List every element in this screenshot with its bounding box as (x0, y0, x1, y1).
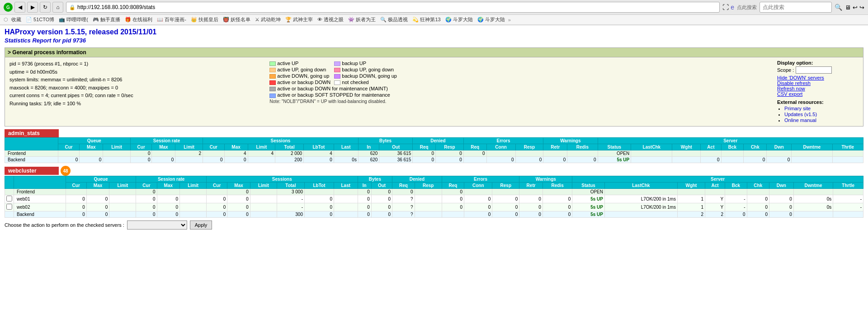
fav-item-manga[interactable]: 📖 百年漫画- (156, 16, 188, 23)
fav-item-51cto[interactable]: 📄 51CTO博 (24, 16, 56, 23)
redo-icon[interactable]: ↪ (859, 4, 864, 11)
search-icon[interactable]: 🔍 (835, 4, 842, 11)
wc-fe-denied-resp (415, 189, 442, 195)
wc-be-bytes-in: 0 (358, 211, 371, 218)
legend-backup-up: backup UP (332, 60, 399, 66)
wc-be-sr-limit (180, 211, 207, 218)
undo-icon[interactable]: ↩ (853, 4, 858, 11)
maxsock-info: maxsock = 8206; maxconn = 4000; maxpipes… (9, 84, 260, 92)
wc-th-srv-act: Act (705, 183, 725, 189)
refresh-now-link[interactable]: Refresh now (777, 86, 805, 91)
hide-down-link[interactable]: Hide 'DOWN' servers (777, 75, 824, 80)
fav-item-yaozhe[interactable]: 👾 妖者为王 (347, 16, 377, 23)
csv-export-link[interactable]: CSV export (777, 91, 802, 97)
wc-fe-sess-last (334, 189, 358, 195)
primary-site-link[interactable]: Primary site (784, 106, 811, 111)
fav-item-touch[interactable]: 🎮 触手直播 (91, 16, 122, 23)
admin-be-bytes-in: 620 (358, 157, 379, 163)
wc-web01-dwntme: 0s (793, 195, 833, 203)
wc-th-warn-redis: Redis (542, 183, 572, 189)
wc-web02-warn-retr: 0 (519, 203, 543, 211)
fav-item-bilibili[interactable]: 📺 哔哩哔哩( (57, 16, 90, 23)
fav-item-wudong[interactable]: ⚔ 武动乾坤 (254, 16, 282, 23)
apply-button[interactable]: Apply (190, 220, 212, 230)
fav-item-wushen[interactable]: 🏆 武神主宰 (284, 16, 314, 23)
wc-fe-sess-cur (207, 189, 227, 195)
wc-web01-denied-resp (415, 195, 442, 203)
fav-item-queen[interactable]: 👑 扶摇皇后 (189, 16, 220, 23)
fav-item-doululuo2[interactable]: 🌍 斗罗大陆 (476, 16, 506, 23)
address-bar[interactable]: 🔒 (66, 2, 720, 13)
admin-frontend-name: Frontend (5, 150, 58, 157)
th-srv-dwn: Dwn (767, 144, 792, 150)
th-bytes-in: In (358, 144, 379, 150)
header-sub-row: Cur Max Limit Cur Max Limit Cur Max Limi… (5, 144, 863, 150)
url-input[interactable] (77, 4, 717, 10)
wc-web01-status: 5s UP (572, 195, 605, 203)
wc-be-err-req (442, 211, 464, 218)
fav-item-kuangshen[interactable]: 💫 狂神第13 (411, 16, 442, 23)
admin-fe-status: OPEN (598, 150, 631, 157)
wc-web02-wght: 1 (677, 203, 705, 211)
display-option-label: Display option: (777, 60, 813, 66)
th-err-req: Req (463, 144, 486, 150)
legend-active-up-going-down: active UP, going down (268, 66, 332, 73)
wc-web01-sess-last (334, 195, 358, 203)
search-input[interactable] (760, 2, 832, 13)
home-button[interactable]: ⌂ (52, 2, 63, 13)
action-select[interactable]: Set state to READY Set state to DRAIN Se… (127, 220, 187, 230)
admin-be-sess-cur: 0 (203, 157, 225, 163)
wc-web01-q-cur: 0 (66, 195, 86, 203)
forward-button[interactable]: ▶ (27, 2, 38, 13)
fav-item-collections[interactable]: 收藏 (10, 16, 23, 23)
wc-web01-warn-redis: 0 (542, 195, 572, 203)
wc-th-sess-lbtot: LbTot (304, 183, 334, 189)
wc-th-sess-cur: Cur (207, 183, 227, 189)
more-fav-icon[interactable]: » (508, 17, 511, 23)
admin-be-q-cur: 0 (58, 157, 80, 163)
webcluster-table: Queue Session rate Sessions Bytes Denied… (5, 176, 863, 218)
wc-fe-q-max (86, 189, 109, 195)
admin-fe-sess-limit: 4 (248, 150, 275, 157)
general-section-header[interactable]: > General process information (5, 47, 863, 57)
fav-item-monster[interactable]: 👹 妖怪名单 (222, 16, 252, 23)
admin-be-sess-last: 0s (334, 157, 358, 163)
th-srv-status: Status (598, 144, 631, 150)
wc-web02-row: web02 0 0 0 0 0 0 - 0 0 0 (5, 203, 863, 211)
th-queue-max: Max (80, 144, 103, 150)
wc-web02-checkbox-cell[interactable] (5, 203, 14, 211)
refresh-button[interactable]: ↻ (40, 2, 51, 13)
wc-web01-bytes-in: 0 (358, 195, 371, 203)
fav-item-welfare[interactable]: 🎁 在线福利 (123, 16, 154, 23)
wc-web02-checkbox[interactable] (6, 204, 12, 210)
th-sess-lbtot: LbTot (304, 144, 334, 150)
share-icon: ⛶ (722, 4, 729, 11)
admin-fe-sr-max (152, 150, 175, 157)
updates-link[interactable]: Updates (v1.5) (784, 112, 817, 117)
scope-input[interactable] (796, 66, 832, 74)
disable-refresh-link[interactable]: Disable refresh (777, 80, 811, 86)
admin-be-dwntme (792, 157, 832, 163)
legend-color-backup-up-going-down (334, 68, 340, 72)
wc-web01-sess-limit (250, 195, 277, 203)
fav-item-jipintou[interactable]: 🔍 极品透视 (379, 16, 409, 23)
back-button[interactable]: ◀ (14, 2, 25, 13)
fav-item-douluо1[interactable]: 🌍 斗罗大陆 (444, 16, 474, 23)
wc-fe-thrtle (833, 189, 863, 195)
wc-web01-sr-limit (180, 195, 207, 203)
wc-web01-checkbox[interactable] (6, 196, 12, 202)
admin-be-sess-lbtot: 0 (304, 157, 334, 163)
wc-be-lastchk (604, 211, 677, 218)
admin-fe-q-max (80, 150, 103, 157)
th-srv-dwntme: Dwntme (792, 144, 832, 150)
page-content: HAProxy version 1.5.15, released 2015/11… (0, 25, 868, 232)
wc-web01-checkbox-cell[interactable] (5, 195, 14, 203)
wc-web01-chk: 0 (747, 195, 769, 203)
wc-fe-sess-max: 0 (227, 189, 250, 195)
fav-item-touши[interactable]: 👁 透视之眼 (316, 16, 345, 23)
admin-fe-err-req: 0 (463, 150, 486, 157)
wc-be-q-cur: 0 (66, 211, 86, 218)
admin-fe-sr-limit: 2 (175, 150, 203, 157)
online-manual-link[interactable]: Online manual (784, 117, 816, 123)
wc-be-warn-retr: 0 (519, 211, 543, 218)
